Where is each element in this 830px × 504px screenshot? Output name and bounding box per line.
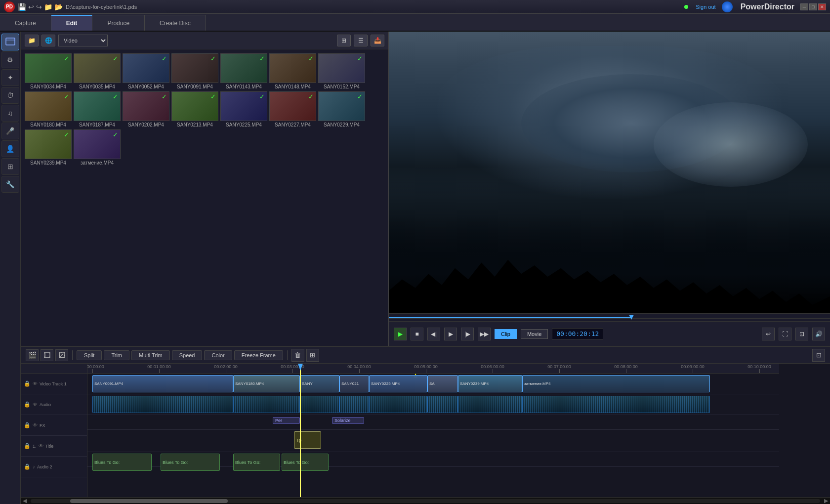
freeze-frame-button[interactable]: Freeze Frame xyxy=(234,350,283,360)
video-track-1[interactable]: SANY0091.MP4SANY0180.MP4SANYSANY021SANY0… xyxy=(87,374,779,394)
maximize-button[interactable]: □ xyxy=(809,3,817,10)
video-clip-2[interactable]: SANY xyxy=(300,375,339,392)
play-button-2[interactable]: ▶ xyxy=(444,328,457,340)
volume-button[interactable]: 🔊 xyxy=(812,328,825,340)
sidebar-btn-effects[interactable]: ✦ xyxy=(1,69,19,86)
sidebar-btn-settings[interactable]: ⚙ xyxy=(1,51,19,68)
media-item-13[interactable]: ✓ SANY0229.MP4 xyxy=(318,91,365,127)
media-item-1[interactable]: ✓ SANY0035.MP4 xyxy=(74,53,121,89)
fullscreen-button[interactable]: ⛶ xyxy=(779,328,791,340)
audio-clip-3[interactable]: Blues To Go: xyxy=(282,454,329,471)
media-item-8[interactable]: ✓ SANY0187.MP4 xyxy=(74,91,121,127)
sidebar-btn-time[interactable]: ⏱ xyxy=(1,87,19,104)
media-storyboard-btn[interactable]: ⊞ xyxy=(337,35,351,46)
audio-wave-clip-3[interactable] xyxy=(339,396,369,413)
track-lock-video1[interactable]: 🔒 xyxy=(24,380,31,387)
sidebar-btn-audio[interactable]: ♫ xyxy=(1,105,19,122)
sidebar-btn-voice[interactable]: 🎤 xyxy=(1,123,19,139)
video-clip-3[interactable]: SANY021 xyxy=(339,375,369,392)
media-item-11[interactable]: ✓ SANY0225.MP4 xyxy=(220,91,267,127)
audio-wave-clip-1[interactable] xyxy=(233,396,300,413)
movie-mode-button[interactable]: Movie xyxy=(521,329,548,339)
prev-frame-button[interactable]: ◀| xyxy=(427,328,440,340)
audio-wave-clip-4[interactable] xyxy=(369,396,427,413)
fx-track[interactable]: PerSolarize xyxy=(87,415,779,430)
media-web-btn[interactable]: 🌐 xyxy=(42,35,55,46)
title-clip-0[interactable]: Тр xyxy=(294,431,321,449)
minimize-button[interactable]: ─ xyxy=(800,3,808,10)
multi-trim-button[interactable]: Multi Trim xyxy=(131,350,170,360)
track-lock-fx[interactable]: 🔒 xyxy=(24,422,31,428)
close-button[interactable]: ✕ xyxy=(818,3,826,10)
redo-icon[interactable]: ↪ xyxy=(36,3,42,11)
sidebar-btn-person[interactable]: 👤 xyxy=(1,140,19,157)
media-item-10[interactable]: ✓ SANY0213.MP4 xyxy=(171,91,218,127)
split-button[interactable]: Split xyxy=(77,350,102,360)
media-item-2[interactable]: ✓ SANY0052.MP4 xyxy=(123,53,169,89)
media-item-12[interactable]: ✓ SANY0227.MP4 xyxy=(269,91,316,127)
video-clip-0[interactable]: SANY0091.MP4 xyxy=(92,375,233,392)
title-track[interactable]: Тр xyxy=(87,430,779,452)
tab-create-disc[interactable]: Create Disc xyxy=(145,15,206,31)
folder-icon[interactable]: 📂 xyxy=(54,3,63,11)
play-button[interactable]: ▶ xyxy=(394,328,407,340)
media-item-4[interactable]: ✓ SANY0143.MP4 xyxy=(220,53,267,89)
audio-clip-1[interactable]: Blues To Go: xyxy=(161,454,220,471)
timeline-hscroll[interactable]: ◀ ▶ xyxy=(21,497,830,504)
sidebar-btn-chart[interactable]: ⊞ xyxy=(1,158,19,175)
media-folder-btn[interactable]: 📁 xyxy=(25,35,39,46)
timeline-mode-btn[interactable]: 🎬 xyxy=(26,349,39,361)
track-eye-audio2[interactable]: ♪ xyxy=(33,464,35,469)
hscroll-track[interactable] xyxy=(31,499,820,503)
media-list-btn[interactable]: ☰ xyxy=(354,35,368,46)
hscroll-thumb[interactable] xyxy=(70,499,228,503)
clip-mode-button[interactable]: Clip xyxy=(495,329,517,339)
zoom-fit-btn[interactable]: ⊡ xyxy=(812,349,825,362)
trim-button[interactable]: Trim xyxy=(104,350,129,360)
scroll-left-btn[interactable]: ◀ xyxy=(21,498,29,504)
media-item-7[interactable]: ✓ SANY0180.MP4 xyxy=(25,91,72,127)
tab-capture[interactable]: Capture xyxy=(0,15,51,31)
track-eye-audio1[interactable]: 👁 xyxy=(33,402,38,407)
delete-clip-btn[interactable]: 🗑 xyxy=(291,349,304,362)
timeline-tracks[interactable]: 00:00:00:0000:01:00:0000:02:00:0000:03:0… xyxy=(87,364,830,497)
color-button[interactable]: Color xyxy=(204,350,232,360)
track-lock-title[interactable]: 🔒 xyxy=(24,443,31,449)
media-item-14[interactable]: ✓ SANY0239.MP4 xyxy=(25,129,72,166)
media-item-15[interactable]: ✓ затмение.MP4 xyxy=(74,129,121,166)
track-eye-video1[interactable]: 👁 xyxy=(33,381,38,386)
fx-label-0[interactable]: Per xyxy=(273,417,300,424)
track-eye-fx[interactable]: 👁 xyxy=(33,422,38,428)
slideshow-mode-btn[interactable]: 🖼 xyxy=(55,349,68,361)
open-icon[interactable]: 📁 xyxy=(44,3,52,11)
track-lock-audio1[interactable]: 🔒 xyxy=(24,401,31,408)
media-item-5[interactable]: ✓ SANY0148.MP4 xyxy=(269,53,316,89)
track-lock-audio2[interactable]: 🔒 xyxy=(24,463,31,470)
undo-icon[interactable]: ↩ xyxy=(28,3,34,11)
speed-button[interactable]: Speed xyxy=(172,350,203,360)
video-clip-7[interactable]: затмение.MP4 xyxy=(522,375,710,392)
fx-label-1[interactable]: Solarize xyxy=(332,417,364,424)
fast-fwd-button[interactable]: ▶▶ xyxy=(478,328,491,340)
media-import-btn[interactable]: 📥 xyxy=(371,35,384,46)
audio-track-2[interactable]: Blues To Go:Blues To Go:Blues To Go:Blue… xyxy=(87,452,779,467)
crop-button[interactable]: ⊡ xyxy=(795,328,808,340)
video-clip-4[interactable]: SANY0225.MP4 xyxy=(369,375,427,392)
audio-wave-clip-6[interactable] xyxy=(458,396,522,413)
media-item-0[interactable]: ✓ SANY0034.MP4 xyxy=(25,53,72,89)
clip-properties-btn[interactable]: ⊞ xyxy=(306,349,319,362)
media-type-dropdown[interactable]: Video Audio Image All xyxy=(58,35,108,46)
audio-wave-clip-7[interactable] xyxy=(522,396,710,413)
scroll-right-btn[interactable]: ▶ xyxy=(822,498,830,504)
preview-progress[interactable] xyxy=(389,313,830,321)
audio-wave-track[interactable] xyxy=(87,394,779,415)
tab-edit[interactable]: Edit xyxy=(51,15,93,31)
audio-clip-2[interactable]: Blues To Go: xyxy=(233,454,280,471)
sign-out-button[interactable]: Sign out xyxy=(696,4,715,10)
save-icon[interactable]: 💾 xyxy=(18,3,26,11)
playhead-line[interactable] xyxy=(300,364,301,497)
track-eye-title[interactable]: 👁 xyxy=(39,443,43,449)
media-item-6[interactable]: ✓ SANY0152.MP4 xyxy=(318,53,365,89)
storyboard-mode-btn[interactable]: 🎞 xyxy=(41,349,53,361)
loop-button[interactable]: ↩ xyxy=(762,328,775,340)
